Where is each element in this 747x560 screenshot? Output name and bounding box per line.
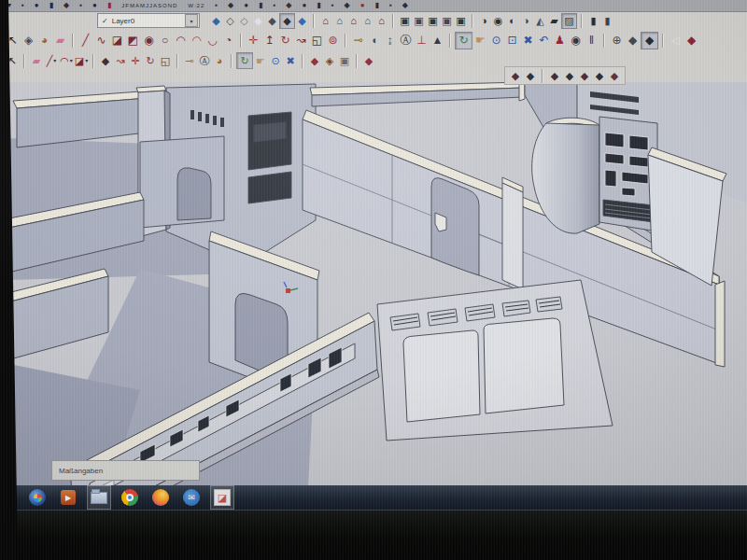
file-explorer-icon[interactable] [90,488,108,507]
mail-icon[interactable]: ✉ [182,488,201,507]
rectangle-tool-2-dropdown[interactable]: ▾ [85,55,88,66]
rotate-tool[interactable]: ↻ [277,33,293,49]
misc-tool-2[interactable]: ◈ [322,53,337,68]
sandbox-drape[interactable]: ◆ [577,68,592,83]
style-xray[interactable]: ◆ [209,14,223,28]
eraser-tool[interactable]: ▰ [52,33,68,49]
sketchup-icon[interactable]: ◪ [213,488,232,507]
rectangle-tool[interactable]: ◪ [109,33,125,49]
view-iso[interactable]: ⌂ [318,14,332,28]
chrome-icon[interactable] [120,488,139,507]
zoom-tool-2[interactable]: ⊙ [268,53,283,68]
zoom-extents-tool[interactable]: ✖ [520,33,536,49]
component-tool-3[interactable]: ▣ [426,14,440,28]
style-monochrome[interactable]: ◆ [295,14,309,28]
rotated-rectangle-tool[interactable]: ◩ [125,33,141,49]
scale-tool[interactable]: ◱ [309,33,325,49]
follow-me-tool-2[interactable]: ↝ [113,53,128,68]
component-tool-4[interactable]: ▣ [440,14,454,28]
arc-tool[interactable]: ◠ [173,33,189,49]
layers-dropdown-button[interactable]: ▾ [185,14,198,27]
make-component[interactable]: ◈ [21,33,36,49]
zoom-extents-tool-2[interactable]: ✖ [283,53,298,68]
zoom-window-tool[interactable]: ⊡ [504,33,520,49]
mini-icon-12[interactable]: ▮ [259,2,262,9]
mini-icon-20[interactable]: ▮ [375,2,379,9]
freehand-tool[interactable]: ∿ [93,33,109,49]
firefox-icon[interactable] [151,488,170,507]
mini-icon-11[interactable]: ● [244,2,248,9]
partial-icon-1[interactable]: ▮ [586,14,600,28]
sandbox-smoove[interactable]: ◆ [547,68,562,83]
component-tool-5[interactable]: ▣ [454,14,468,28]
mini-icon-4[interactable]: ▮ [49,2,53,9]
walk-tool[interactable]: ‖ [584,33,599,49]
polygon-tool[interactable]: ○ [157,33,173,49]
axes-tool[interactable]: ⊥ [414,33,430,49]
view-back[interactable]: ⌂ [374,14,388,28]
section-plane[interactable]: ◭ [533,14,547,28]
mini-icon-7[interactable]: ● [92,2,97,9]
mini-icon-22[interactable]: ◆ [402,2,408,9]
push-pull-tool[interactable]: ↥ [261,33,277,49]
pan-tool[interactable]: ☛ [472,33,488,49]
view-front[interactable]: ⌂ [346,14,360,28]
move-tool[interactable]: ✛ [246,33,261,49]
line-tool-2[interactable]: ╱▾ [44,53,59,68]
look-around-tool[interactable]: ◉ [568,33,584,49]
misc-tool-4[interactable]: ◆ [361,53,376,68]
mini-icon-14[interactable]: ◆ [286,2,291,9]
partial-icon-2[interactable]: ▮ [600,14,614,28]
orbit-tool-2[interactable]: ↻ [236,52,253,69]
orbit-tool[interactable]: ↻ [455,32,472,49]
shadow-toggle[interactable]: ◉ [491,14,505,28]
style-wireframe[interactable]: ◇ [237,14,251,28]
component-tool-2[interactable]: ▣ [412,14,426,28]
sandbox-from-scratch[interactable]: ◆ [523,68,538,83]
mini-icon-17[interactable]: ▪ [331,2,334,9]
mini-icon-18[interactable]: ◆ [345,2,350,9]
line-tool-2-dropdown[interactable]: ▾ [53,55,56,66]
shadow-date[interactable]: ◑ [519,14,533,28]
move-tool-2[interactable]: ✛ [128,53,143,68]
media-player-icon[interactable]: ▶ [59,488,78,507]
paint-bucket[interactable]: ◕ [36,33,52,49]
measurements-box[interactable]: Maßangaben [51,460,200,481]
pie-tool[interactable]: ◔ [220,33,236,49]
3d-viewport[interactable]: Maßangaben [0,82,747,485]
style-shaded[interactable]: ◆ [265,14,279,28]
component-tool-1[interactable]: ▣ [398,14,412,28]
mini-icon-8[interactable]: ▮ [107,2,111,9]
mini-icon-2[interactable]: ▪ [21,2,24,9]
arc-tool-2[interactable]: ◠▾ [59,53,74,68]
rectangle-tool-2[interactable]: ◪▾ [74,53,89,68]
mini-icon-5[interactable]: ◆ [63,2,69,9]
previous-view[interactable]: ↶ [536,33,552,49]
mini-icon-3[interactable]: ● [35,2,39,9]
orbit-cube-1[interactable]: ◆ [625,33,641,49]
tape-measure-tool[interactable]: ⊸ [350,33,366,49]
misc-tool-3[interactable]: ▣ [337,53,352,68]
start-button[interactable] [28,488,47,507]
misc-tool-1[interactable]: ◆ [307,53,322,68]
push-pull-tool-2[interactable]: ◆ [98,53,113,68]
three-point-arc-tool[interactable]: ◡ [204,33,220,49]
mini-icon-16[interactable]: ▮ [317,2,320,9]
mini-icon-21[interactable]: ▪ [389,2,392,9]
sandbox-flip-edge[interactable]: ◆ [607,68,622,83]
mini-icon-19[interactable]: ● [360,2,365,9]
arc-tool-2-dropdown[interactable]: ▾ [70,55,73,66]
mini-icon-9[interactable]: ▪ [215,2,218,9]
protractor-tool[interactable]: ◖ [366,33,382,49]
offset-tool[interactable]: ⊚ [325,33,341,49]
circle-tool[interactable]: ◉ [141,33,157,49]
text-tool[interactable]: Ⓐ [398,33,414,49]
tape-measure-tool-2[interactable]: ⊸ [182,53,197,68]
shadow-dialog[interactable]: ◑ [477,14,491,28]
view-top[interactable]: ⌂ [332,14,346,28]
partial-red-icon[interactable]: ◆ [684,33,699,49]
section-cuts[interactable]: ▰ [547,14,561,28]
pan-tool-2[interactable]: ☛ [253,53,268,68]
paint-bucket-2[interactable]: ◕ [212,53,227,68]
line-tool[interactable]: ╱ [78,33,93,49]
